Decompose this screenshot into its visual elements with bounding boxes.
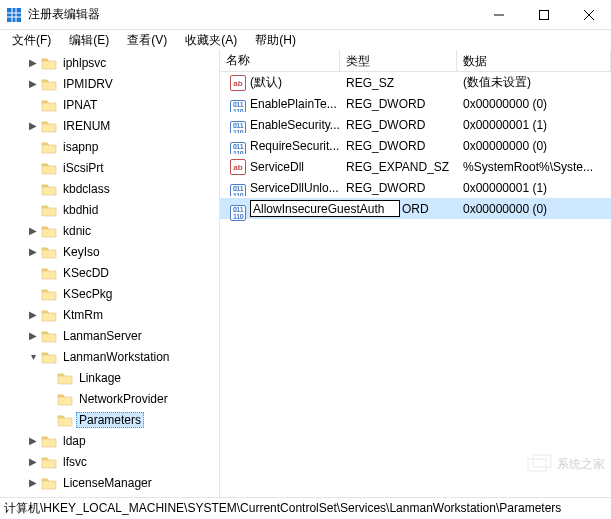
reg-binary-icon: 011110: [230, 142, 246, 154]
tree-node[interactable]: ▶kdnic: [2, 220, 219, 241]
tree-node[interactable]: ▾LanmanWorkstation: [2, 346, 219, 367]
tree-expander-icon[interactable]: ▶: [26, 119, 40, 133]
close-button[interactable]: [566, 0, 611, 29]
tree-node[interactable]: IPNAT: [2, 94, 219, 115]
tree-expander-icon[interactable]: [42, 392, 56, 406]
folder-icon: [41, 119, 57, 133]
tree-expander-icon[interactable]: [26, 203, 40, 217]
folder-icon: [41, 98, 57, 112]
tree-expander-icon[interactable]: ▶: [26, 455, 40, 469]
list-row[interactable]: ab(默认)REG_SZ(数值未设置): [220, 72, 611, 93]
tree-expander-icon[interactable]: [26, 98, 40, 112]
tree-node-label: kbdclass: [60, 181, 113, 197]
menu-file[interactable]: 文件(F): [4, 30, 59, 51]
tree-expander-icon[interactable]: [42, 371, 56, 385]
tree-node-label: iScsiPrt: [60, 160, 107, 176]
tree-node[interactable]: Linkage: [2, 367, 219, 388]
tree-node[interactable]: ▶ldap: [2, 430, 219, 451]
tree-expander-icon[interactable]: [26, 287, 40, 301]
list-row[interactable]: 011110RequireSecurit...REG_DWORD0x000000…: [220, 135, 611, 156]
menu-view[interactable]: 查看(V): [119, 30, 175, 51]
window-controls: [476, 0, 611, 29]
list-row[interactable]: 011110EnablePlainTe...REG_DWORD0x0000000…: [220, 93, 611, 114]
tree-node-label: NetworkProvider: [76, 391, 171, 407]
folder-icon: [41, 77, 57, 91]
reg-string-icon: ab: [230, 159, 246, 175]
tree-expander-icon[interactable]: ▶: [26, 56, 40, 70]
tree-node-label: ldap: [60, 433, 89, 449]
list-row[interactable]: 011110ServiceDllUnlo...REG_DWORD0x000000…: [220, 177, 611, 198]
tree-node[interactable]: KSecPkg: [2, 283, 219, 304]
col-header-name[interactable]: 名称: [220, 50, 340, 71]
tree-node[interactable]: ▶LicenseManager: [2, 472, 219, 493]
tree-node[interactable]: NetworkProvider: [2, 388, 219, 409]
tree-expander-icon[interactable]: ▶: [26, 476, 40, 490]
tree-node[interactable]: ▶IRENUM: [2, 115, 219, 136]
tree-node-label: lltdio: [60, 496, 91, 498]
list-row[interactable]: abServiceDllREG_EXPAND_SZ%SystemRoot%\Sy…: [220, 156, 611, 177]
menubar: 文件(F) 编辑(E) 查看(V) 收藏夹(A) 帮助(H): [0, 30, 611, 50]
menu-favorites[interactable]: 收藏夹(A): [177, 30, 245, 51]
tree-node-label: KSecPkg: [60, 286, 115, 302]
tree-expander-icon[interactable]: ▶: [26, 434, 40, 448]
tree-node-label: KeyIso: [60, 244, 103, 260]
tree-expander-icon[interactable]: ▶: [26, 77, 40, 91]
tree-node[interactable]: ▶IPMIDRV: [2, 73, 219, 94]
tree-node-label: lfsvc: [60, 454, 90, 470]
registry-tree[interactable]: ▶iphlpsvc▶IPMIDRVIPNAT▶IRENUMisapnpiScsi…: [0, 50, 220, 497]
list-row[interactable]: 011110ORD0x00000000 (0): [220, 198, 611, 219]
col-header-type[interactable]: 类型: [340, 50, 457, 71]
tree-expander-icon[interactable]: ▶: [26, 224, 40, 238]
cell-name: EnablePlainTe...: [250, 97, 337, 111]
tree-expander-icon[interactable]: [26, 140, 40, 154]
tree-expander-icon[interactable]: [26, 161, 40, 175]
tree-node[interactable]: lltdio: [2, 493, 219, 497]
tree-node[interactable]: Parameters: [2, 409, 219, 430]
menu-help[interactable]: 帮助(H): [247, 30, 304, 51]
tree-node[interactable]: ▶LanmanServer: [2, 325, 219, 346]
folder-icon: [41, 56, 57, 70]
tree-expander-icon[interactable]: [26, 497, 40, 498]
tree-node-label: IRENUM: [60, 118, 113, 134]
cell-type-suffix: ORD: [402, 202, 429, 216]
tree-expander-icon[interactable]: [42, 413, 56, 427]
folder-icon: [41, 245, 57, 259]
value-list: 名称 类型 数据 ab(默认)REG_SZ(数值未设置)011110Enable…: [220, 50, 611, 497]
reg-binary-icon: 011110: [230, 205, 246, 221]
tree-expander-icon[interactable]: [26, 182, 40, 196]
cell-type: REG_DWORD: [340, 118, 457, 132]
content-area: ▶iphlpsvc▶IPMIDRVIPNAT▶IRENUMisapnpiScsi…: [0, 50, 611, 497]
tree-node[interactable]: iScsiPrt: [2, 157, 219, 178]
cell-type: REG_DWORD: [340, 97, 457, 111]
tree-node[interactable]: kbdhid: [2, 199, 219, 220]
cell-name: (默认): [250, 74, 282, 91]
folder-icon: [41, 476, 57, 490]
tree-expander-icon[interactable]: ▶: [26, 308, 40, 322]
tree-expander-icon[interactable]: ▶: [26, 329, 40, 343]
maximize-button[interactable]: [521, 0, 566, 29]
tree-node[interactable]: KSecDD: [2, 262, 219, 283]
tree-node-label: LanmanServer: [60, 328, 145, 344]
tree-node[interactable]: ▶KeyIso: [2, 241, 219, 262]
minimize-button[interactable]: [476, 0, 521, 29]
svg-rect-6: [539, 10, 548, 19]
tree-node[interactable]: kbdclass: [2, 178, 219, 199]
tree-node[interactable]: ▶iphlpsvc: [2, 52, 219, 73]
col-header-data[interactable]: 数据: [457, 50, 611, 71]
tree-node-label: isapnp: [60, 139, 101, 155]
cell-data: %SystemRoot%\Syste...: [457, 160, 611, 174]
tree-node-label: IPMIDRV: [60, 76, 116, 92]
rename-input[interactable]: [250, 200, 400, 217]
folder-icon: [41, 182, 57, 196]
tree-node[interactable]: ▶KtmRm: [2, 304, 219, 325]
tree-node-label: KtmRm: [60, 307, 106, 323]
list-row[interactable]: 011110EnableSecurity...REG_DWORD0x000000…: [220, 114, 611, 135]
tree-node[interactable]: ▶lfsvc: [2, 451, 219, 472]
tree-node-label: iphlpsvc: [60, 55, 109, 71]
tree-expander-icon[interactable]: ▶: [26, 245, 40, 259]
tree-expander-icon[interactable]: ▾: [26, 350, 40, 364]
menu-edit[interactable]: 编辑(E): [61, 30, 117, 51]
list-body[interactable]: ab(默认)REG_SZ(数值未设置)011110EnablePlainTe..…: [220, 72, 611, 497]
tree-expander-icon[interactable]: [26, 266, 40, 280]
tree-node[interactable]: isapnp: [2, 136, 219, 157]
